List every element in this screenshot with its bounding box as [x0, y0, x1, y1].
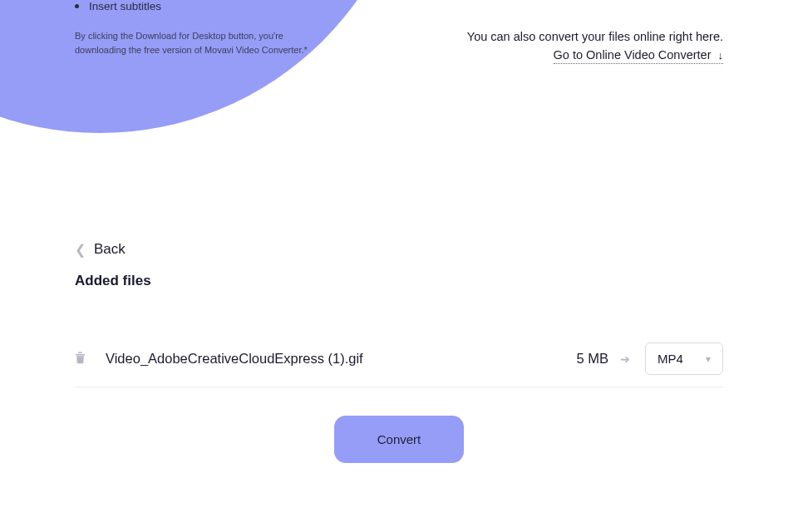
- format-value: MP4: [658, 352, 683, 366]
- format-select[interactable]: MP4 ▾: [645, 342, 723, 375]
- delete-file-button[interactable]: [75, 352, 86, 367]
- trash-icon: [75, 352, 86, 364]
- online-link-label: Go to Online Video Converter: [554, 48, 712, 62]
- download-disclaimer: By clicking the Download for Desktop but…: [75, 29, 316, 57]
- online-converter-link[interactable]: Go to Online Video Converter ↓: [554, 48, 723, 64]
- section-title: Added files: [75, 273, 723, 289]
- online-converter-note: You can also convert your files online r…: [467, 30, 723, 64]
- feature-bullet: Insert subtitles: [75, 0, 723, 12]
- feature-bullet-text: Insert subtitles: [89, 0, 161, 12]
- convert-button[interactable]: Convert: [334, 416, 465, 463]
- chevron-left-icon: ❮: [75, 242, 86, 258]
- arrow-right-icon: ➔: [620, 352, 630, 366]
- online-note-text: You can also convert your files online r…: [467, 30, 723, 43]
- bullet-dot-icon: [75, 4, 79, 8]
- file-row: Video_AdobeCreativeCloudExpress (1).gif …: [75, 331, 723, 387]
- arrow-down-icon: ↓: [718, 49, 724, 62]
- file-name: Video_AdobeCreativeCloudExpress (1).gif: [106, 351, 576, 367]
- back-button[interactable]: ❮ Back: [75, 241, 126, 258]
- chevron-down-icon: ▾: [706, 353, 711, 365]
- svg-rect-0: [76, 354, 85, 356]
- back-label: Back: [94, 241, 126, 258]
- file-size: 5 MB: [576, 351, 608, 367]
- svg-rect-1: [78, 352, 82, 353]
